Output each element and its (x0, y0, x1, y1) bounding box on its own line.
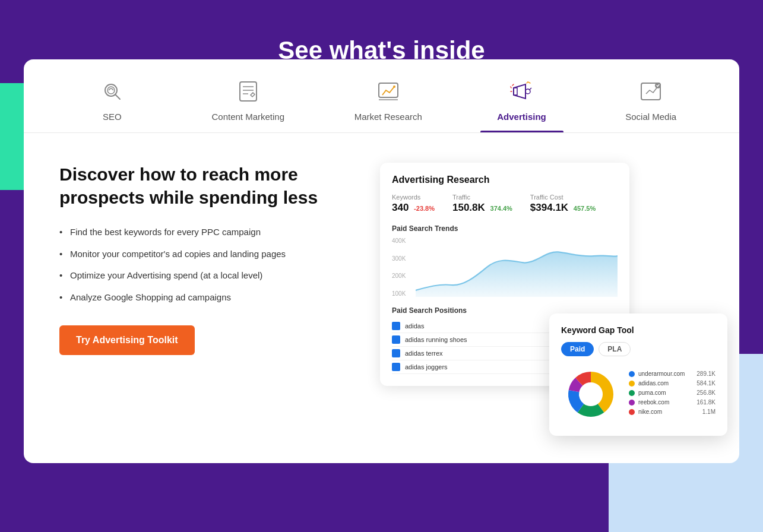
tabs-bar: SEO Content Marketing (24, 59, 739, 133)
svg-point-2 (107, 87, 115, 94)
legend-dot (629, 409, 635, 415)
tab-social-media-label: Social Media (625, 112, 676, 122)
legend-item: underarmour.com 289.1K (629, 370, 715, 377)
tab-advertising-label: Advertising (497, 112, 546, 122)
svg-line-1 (115, 94, 120, 99)
chart-area: 400K 300K 200K 100K (392, 238, 618, 297)
pos-domain: adidas joggers (405, 363, 574, 370)
metric-traffic: Traffic 150.8K 374.4% (452, 194, 512, 214)
tab-market-research-label: Market Research (354, 112, 422, 122)
legend-domain: reebok.com (638, 399, 693, 406)
pos-domain: adidas (405, 322, 574, 330)
bullet-item: Optimize your Advertising spend (at a lo… (59, 269, 344, 283)
kg-legend: underarmour.com 289.1K adidas.com 584.1K… (629, 370, 715, 418)
kg-tabs: PaidPLA (561, 342, 715, 356)
pos-badge (392, 349, 400, 357)
trend-chart-svg (416, 238, 618, 297)
svg-line-7 (252, 93, 253, 94)
metric-cost-label: Traffic Cost (530, 194, 596, 201)
bullet-item: Analyze Google Shopping ad campaigns (59, 291, 344, 305)
legend-item: puma.com 256.8K (629, 390, 715, 396)
legend-value: 289.1K (696, 370, 715, 377)
kg-content: underarmour.com 289.1K adidas.com 584.1K… (561, 365, 715, 424)
seo-icon (98, 77, 126, 106)
svg-rect-8 (379, 83, 398, 97)
metric-keywords: Keywords 340 -23.8% (392, 194, 435, 214)
legend-value: 161.8K (696, 399, 715, 406)
content-marketing-icon (234, 77, 262, 106)
legend-item: adidas.com 584.1K (629, 380, 715, 387)
kg-title: Keyword Gap Tool (561, 325, 715, 335)
metric-cost-change: 457.5% (574, 205, 596, 212)
metric-traffic-value: 150.8K 374.4% (452, 202, 512, 214)
ad-research-title: Advertising Research (392, 175, 618, 185)
kg-tab-paid[interactable]: Paid (561, 342, 594, 356)
content-area: Discover how to reach more prospects whi… (24, 133, 739, 448)
main-card: SEO Content Marketing (24, 59, 739, 463)
tab-market-research[interactable]: Market Research (343, 71, 434, 132)
tab-content-marketing[interactable]: Content Marketing (200, 71, 296, 132)
chart-y-labels: 400K 300K 200K 100K (392, 238, 406, 297)
tab-content-marketing-label: Content Marketing (211, 112, 284, 122)
donut-chart (561, 365, 620, 424)
legend-value: 1.1M (702, 408, 715, 415)
svg-point-10 (393, 86, 395, 88)
legend-item: nike.com 1.1M (629, 408, 715, 415)
metric-keywords-label: Keywords (392, 194, 435, 201)
tab-social-media[interactable]: Social Media (609, 71, 692, 132)
bullet-item: Monitor your competitor's ad copies and … (59, 248, 344, 261)
legend-value: 256.8K (696, 390, 715, 396)
legend-domain: underarmour.com (638, 370, 693, 377)
metric-traffic-change: 374.4% (490, 205, 512, 212)
bullet-item: Find the best keywords for every PPC cam… (59, 226, 344, 239)
pos-badge (392, 322, 400, 330)
svg-line-13 (530, 88, 531, 90)
keyword-gap-card: Keyword Gap Tool PaidPLA underarmour.com… (549, 314, 727, 436)
left-panel: Discover how to reach more prospects whi… (59, 163, 344, 355)
pos-domain: adidas terrex (405, 350, 574, 357)
advertising-icon (508, 77, 536, 106)
cta-button[interactable]: Try Advertising Toolkit (59, 325, 195, 355)
svg-point-12 (525, 89, 530, 94)
tab-seo-label: SEO (103, 112, 122, 122)
legend-domain: puma.com (638, 390, 693, 396)
tab-seo[interactable]: SEO (71, 71, 154, 132)
legend-domain: nike.com (638, 408, 699, 415)
legend-dot (629, 381, 635, 387)
bullet-list: Find the best keywords for every PPC cam… (59, 226, 344, 304)
legend-domain: adidas.com (638, 380, 693, 387)
pos-domain: adidas running shoes (405, 336, 574, 343)
metric-cost-value: $394.1K 457.5% (530, 202, 596, 214)
svg-rect-3 (240, 82, 257, 101)
market-research-icon (374, 77, 403, 106)
legend-dot (629, 390, 635, 396)
legend-value: 584.1K (696, 380, 715, 387)
page-title: See what's inside (278, 18, 485, 65)
legend-dot (629, 371, 635, 377)
pos-badge (392, 335, 400, 344)
right-panel: Advertising Research Keywords 340 -23.8%… (380, 163, 704, 412)
legend-item: reebok.com 161.8K (629, 399, 715, 406)
pos-badge (392, 363, 400, 371)
metrics-row: Keywords 340 -23.8% Traffic 150.8K 374.4… (392, 194, 618, 214)
legend-dot (629, 400, 635, 406)
tab-advertising[interactable]: Advertising (480, 71, 563, 132)
metric-keywords-change: -23.8% (414, 205, 435, 212)
main-heading: Discover how to reach more prospects whi… (59, 163, 344, 209)
kg-tab-pla[interactable]: PLA (599, 342, 631, 356)
chart-label: Paid Search Trends (392, 224, 618, 233)
metric-traffic-label: Traffic (452, 194, 512, 201)
metric-keywords-value: 340 -23.8% (392, 202, 435, 214)
social-media-icon (637, 77, 665, 106)
metric-cost: Traffic Cost $394.1K 457.5% (530, 194, 596, 214)
